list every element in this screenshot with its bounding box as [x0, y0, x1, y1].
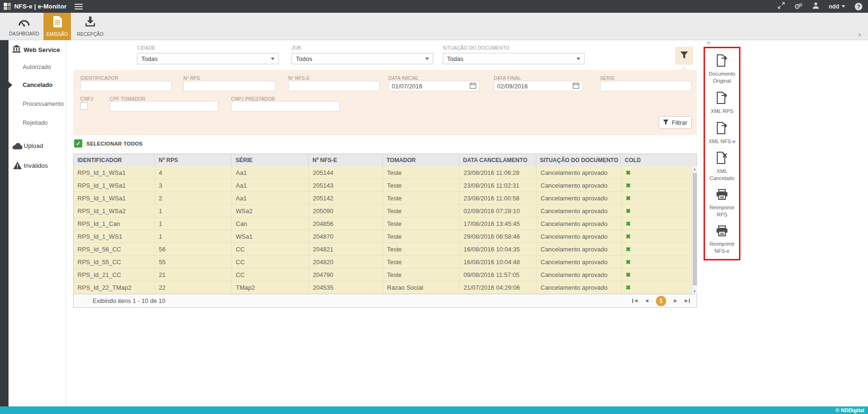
cold-cancel-x-icon: ✖: [626, 220, 631, 227]
table-row[interactable]: RPS_Id_1_WSa14Aa1205144Teste23/08/2016 1…: [74, 166, 691, 179]
table-row[interactable]: RPS_Id_1_WSa21WSa2205090Teste02/09/2016 …: [74, 205, 691, 217]
table-cell: Aa1: [232, 179, 309, 191]
table-row[interactable]: RPS_Id_56_CC56CC204821Teste16/08/2016 10…: [74, 243, 691, 256]
toolbar-collapse-icon[interactable]: »: [857, 34, 863, 37]
sidebar-item-processamento[interactable]: Processamento: [9, 96, 66, 112]
identificador-input[interactable]: [80, 81, 172, 91]
column-header-identificador[interactable]: IDENTIFICADOR: [74, 154, 155, 166]
action-documento-original[interactable]: Documento Original: [706, 54, 738, 85]
calendar-icon[interactable]: [573, 82, 579, 90]
table-cell: CC: [232, 243, 309, 255]
help-icon[interactable]: ?: [855, 3, 862, 10]
sidebar-item-web-service[interactable]: Web Service: [9, 43, 66, 56]
table-row[interactable]: RPS_Id_1_WSa12Aa1205142Teste23/08/2016 1…: [74, 192, 691, 205]
job-select[interactable]: Todos: [292, 53, 433, 64]
table-cell: Cancelamento aprovado: [537, 281, 622, 293]
column-header-data-cancelamento[interactable]: DATA CANCELAMENTO: [459, 154, 536, 166]
table-scrollbar[interactable]: ▲ ▼: [691, 166, 697, 294]
table-row[interactable]: RPS_Id_22_TMap222TMap2204535Razao Social…: [74, 281, 691, 294]
pagination-prev-button[interactable]: ◀: [645, 299, 648, 303]
actions-panel-annotation-red-box: Documento Original XML RPS XML NFS-e XML…: [704, 47, 740, 260]
table-row[interactable]: RPS_Id_21_CC21CC204790Teste09/08/2016 11…: [74, 268, 691, 281]
selected-item-arrow: [9, 82, 12, 88]
pagination-next-button[interactable]: ▶: [674, 299, 677, 303]
table-cell: Cancelamento aprovado: [537, 243, 622, 255]
cidade-select[interactable]: Todas: [137, 53, 279, 64]
sidebar-item-rejeitado[interactable]: Rejeitado: [9, 115, 66, 131]
table-row[interactable]: RPS_Id_1_Can1Can204856Teste17/08/2016 13…: [74, 217, 691, 230]
fullscreen-icon[interactable]: [778, 2, 785, 11]
cold-cancel-x-icon: ✖: [626, 207, 631, 215]
action-xml-nfse[interactable]: XML NFS-e: [706, 122, 738, 145]
table-row[interactable]: RPS_Id_55_CC55CC204820Teste16/08/2016 10…: [74, 256, 691, 268]
sidebar-item-upload[interactable]: Upload: [9, 138, 66, 153]
user-icon[interactable]: [812, 2, 819, 11]
column-header-situacao[interactable]: SITUAÇÃO DO DOCUMENTO: [536, 154, 621, 166]
table-cell: Teste: [383, 192, 460, 204]
select-all-checkbox-row[interactable]: ✓ SELECIONAR TODOS: [74, 139, 143, 147]
app-title: NFS-e | e-Monitor: [14, 0, 67, 13]
column-header-n-nfse[interactable]: Nº NFS-E: [309, 154, 383, 166]
table-cell: 205142: [309, 192, 383, 204]
table-cell: 21: [155, 268, 232, 281]
n-rps-input[interactable]: [183, 81, 276, 91]
checkbox-checked-icon[interactable]: ✓: [74, 139, 82, 147]
table-header-stub: [690, 154, 696, 166]
column-header-cold[interactable]: COLD: [621, 154, 690, 166]
action-reimprimir-nfse[interactable]: Reimprimir NFS-e: [706, 225, 738, 255]
user-menu[interactable]: ndd: [829, 3, 845, 10]
tab-emissao[interactable]: EMISSÃO: [43, 13, 71, 40]
data-final-input[interactable]: 02/09/2016: [494, 81, 583, 91]
bank-icon: [12, 45, 21, 55]
cnpj-prestador-input[interactable]: [231, 101, 340, 112]
table-cell: 1: [155, 205, 232, 217]
table-cell: Aa1: [232, 166, 309, 179]
action-xml-cancelado[interactable]: XML Cancelado: [706, 152, 738, 182]
sidebar-item-cancelado[interactable]: Cancelado: [9, 77, 66, 93]
sidebar-item-invalidos[interactable]: Inválidos: [9, 158, 66, 172]
table-cell: Razao Social: [383, 281, 460, 293]
tab-dashboard[interactable]: DASHBOARD: [10, 13, 38, 40]
data-inicial-input[interactable]: 01/07/2016: [388, 81, 480, 91]
menu-toggle-icon[interactable]: [75, 4, 83, 11]
action-xml-rps[interactable]: XML RPS: [706, 92, 738, 115]
column-header-n-rps[interactable]: Nº RPS: [155, 154, 232, 166]
calendar-icon[interactable]: [470, 82, 476, 90]
scrollbar-thumb[interactable]: [693, 173, 697, 285]
pagination-last-button[interactable]: ▶: [685, 299, 690, 303]
doc-export-icon: [716, 54, 728, 69]
action-reimprimir-rps[interactable]: Reimprimir RPS: [706, 189, 738, 218]
advanced-filter-panel: IDENTIFICADOR Nº RPS Nº NFS-E DATA INICI…: [73, 70, 697, 135]
filter-toggle-button[interactable]: [675, 47, 693, 65]
cpf-tomador-input[interactable]: [110, 101, 218, 112]
column-header-tomador[interactable]: TOMADOR: [383, 154, 459, 166]
settings-gears-icon[interactable]: ⚙⚙: [794, 3, 803, 10]
table-cell: 3: [155, 179, 232, 191]
filtrar-button[interactable]: Filtrar: [659, 116, 692, 129]
table-cell: RPS_Id_1_WSa2: [74, 205, 155, 217]
cold-cancel-x-icon: ✖: [626, 195, 631, 202]
topbar-right-cluster: ⚙⚙ ndd ?: [778, 0, 862, 13]
table-cell: Cancelamento aprovado: [537, 166, 622, 179]
n-nfse-input[interactable]: [288, 81, 379, 91]
table-cell: 16/08/2016 10:04:48: [460, 256, 537, 268]
situacao-select[interactable]: Todas: [443, 53, 584, 64]
table-cell: 56: [155, 243, 232, 255]
pagination-current-page[interactable]: 1: [656, 296, 666, 306]
pagination-first-button[interactable]: ◀: [632, 299, 637, 303]
tab-recepcao[interactable]: RECEPÇÃO: [77, 13, 104, 40]
scroll-down-icon[interactable]: ▼: [692, 290, 697, 293]
cold-cell: ✖: [622, 179, 691, 191]
job-label: JOB: [292, 45, 433, 51]
table-row[interactable]: RPS_Id_1_WSa13Aa1205143Teste23/08/2016 1…: [74, 179, 691, 192]
table-cell: Teste: [383, 179, 460, 191]
inbox-download-icon: [85, 16, 96, 29]
cnpj-checkbox[interactable]: [80, 102, 88, 110]
panel-collapse-icon[interactable]: »: [707, 39, 710, 46]
scroll-up-icon[interactable]: ▲: [692, 167, 697, 171]
table-row[interactable]: RPS_Id_1_WS11WSa1204870Teste29/08/2016 0…: [74, 230, 691, 243]
serie-input[interactable]: [600, 81, 691, 91]
copyright-text: © NDDigital: [835, 407, 864, 413]
column-header-serie[interactable]: SÉRIE: [232, 154, 309, 166]
sidebar-item-autorizado[interactable]: Autorizado: [9, 59, 66, 75]
